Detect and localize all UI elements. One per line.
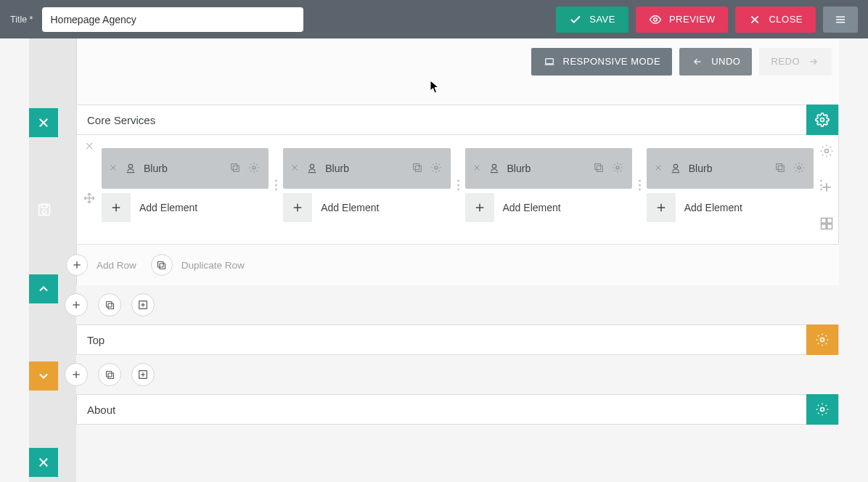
row-footer: Add Row Duplicate Row (76, 245, 839, 285)
svg-point-58 (673, 164, 677, 168)
blurb-element[interactable]: Blurb (283, 148, 450, 189)
svg-rect-61 (777, 164, 782, 170)
blurb-element[interactable]: Blurb (465, 148, 632, 189)
svg-rect-79 (108, 373, 114, 379)
add-element-label: Add Element (321, 202, 379, 213)
element-remove-icon[interactable] (109, 163, 119, 173)
preview-label: PREVIEW (669, 14, 715, 25)
add-element-button[interactable]: Add Element (283, 193, 450, 222)
svg-rect-80 (106, 371, 112, 377)
svg-rect-60 (778, 166, 784, 171)
title-label: Title * (10, 15, 33, 25)
element-duplicate-icon[interactable] (593, 162, 606, 175)
row-settings-icon[interactable] (819, 144, 835, 160)
element-remove-icon[interactable] (472, 163, 483, 173)
element-label: Blurb (507, 163, 587, 174)
column-resize-handle[interactable] (820, 180, 822, 191)
element-settings-icon[interactable] (430, 162, 443, 175)
section-collapse-core[interactable] (29, 108, 58, 137)
section-title: Top (77, 334, 806, 346)
add-element-button[interactable]: Add Element (102, 193, 269, 222)
duplicate-row-button[interactable] (151, 254, 173, 276)
builder-canvas: RESPONSIVE MODE UNDO REDO Core Services (76, 38, 839, 425)
title-input[interactable] (42, 7, 303, 32)
top-bar: Title * SAVE PREVIEW CLOSE (0, 0, 868, 38)
responsive-label: RESPONSIVE MODE (563, 56, 661, 67)
svg-point-22 (825, 150, 829, 153)
preview-button[interactable]: PREVIEW (636, 7, 728, 33)
column-1: Blurb Add Element (102, 148, 269, 222)
save-label: SAVE (589, 14, 615, 25)
svg-rect-27 (822, 224, 827, 229)
row-close-icon[interactable] (84, 141, 97, 154)
add-section-button[interactable] (65, 293, 88, 316)
element-remove-icon[interactable] (290, 163, 300, 173)
column-resize-handle[interactable] (275, 180, 277, 191)
save-button[interactable]: SAVE (556, 7, 629, 33)
blurb-element[interactable]: Blurb (102, 148, 269, 189)
import-section-button[interactable] (131, 363, 155, 386)
blurb-element[interactable]: Blurb (647, 148, 814, 189)
svg-rect-34 (232, 164, 237, 170)
column-resize-handle[interactable] (639, 180, 641, 191)
svg-rect-28 (827, 224, 832, 229)
element-duplicate-icon[interactable] (229, 162, 242, 175)
row-layout-icon[interactable] (819, 216, 835, 232)
arrow-left-icon (691, 55, 704, 68)
section-expand-top[interactable] (29, 362, 58, 391)
plus-icon (102, 193, 131, 222)
undo-label: UNDO (711, 56, 740, 67)
element-duplicate-icon[interactable] (412, 162, 425, 175)
section-title: About (77, 404, 806, 416)
add-row-button[interactable] (66, 254, 88, 276)
add-section-button[interactable] (65, 363, 88, 386)
add-element-button[interactable]: Add Element (465, 193, 632, 222)
section-header-about[interactable]: About (76, 394, 839, 425)
add-element-button[interactable]: Add Element (647, 193, 814, 222)
section-collapse-up[interactable] (29, 274, 58, 303)
element-remove-icon[interactable] (654, 163, 664, 173)
section-header-core-services[interactable]: Core Services (76, 105, 839, 135)
element-settings-icon[interactable] (248, 162, 261, 175)
section-collapse-about[interactable] (29, 448, 58, 477)
element-duplicate-icon[interactable] (774, 162, 787, 175)
svg-rect-52 (594, 164, 600, 170)
element-settings-icon[interactable] (612, 162, 625, 175)
element-settings-icon[interactable] (793, 162, 806, 175)
svg-rect-67 (160, 264, 165, 269)
responsive-mode-button[interactable]: RESPONSIVE MODE (531, 48, 673, 75)
add-row-label: Add Row (97, 260, 136, 271)
device-icon (543, 55, 556, 68)
close-icon (748, 13, 761, 26)
svg-point-53 (616, 166, 619, 169)
duplicate-section-button[interactable] (98, 293, 121, 316)
svg-rect-43 (413, 164, 419, 170)
section-settings-button[interactable] (806, 324, 838, 355)
close-button[interactable]: CLOSE (735, 7, 816, 33)
row-move-icon[interactable] (83, 192, 97, 206)
add-element-label: Add Element (684, 202, 742, 213)
undo-button[interactable]: UNDO (679, 48, 752, 75)
save-layout-icon[interactable] (36, 202, 54, 219)
svg-rect-51 (597, 166, 602, 171)
column-3: Blurb Add Element (465, 148, 632, 222)
section-header-top[interactable]: Top (76, 324, 839, 355)
duplicate-section-button[interactable] (98, 363, 121, 386)
add-element-label: Add Element (503, 202, 561, 213)
import-section-button[interactable] (131, 293, 155, 316)
column-2: Blurb Add Element (283, 148, 450, 222)
svg-rect-25 (822, 218, 827, 224)
svg-rect-68 (158, 261, 164, 267)
svg-point-10 (42, 210, 46, 214)
blurb-type-icon (670, 162, 683, 175)
section-settings-button[interactable] (806, 394, 838, 425)
section-title: Core Services (77, 114, 806, 126)
element-label: Blurb (144, 163, 224, 174)
add-element-label: Add Element (139, 202, 197, 213)
plus-icon (283, 193, 312, 222)
section-settings-button[interactable] (806, 105, 838, 135)
column-resize-handle[interactable] (457, 180, 459, 191)
menu-button[interactable] (823, 7, 858, 33)
column-4: Blurb Add Element (647, 148, 814, 222)
check-icon (569, 13, 582, 26)
